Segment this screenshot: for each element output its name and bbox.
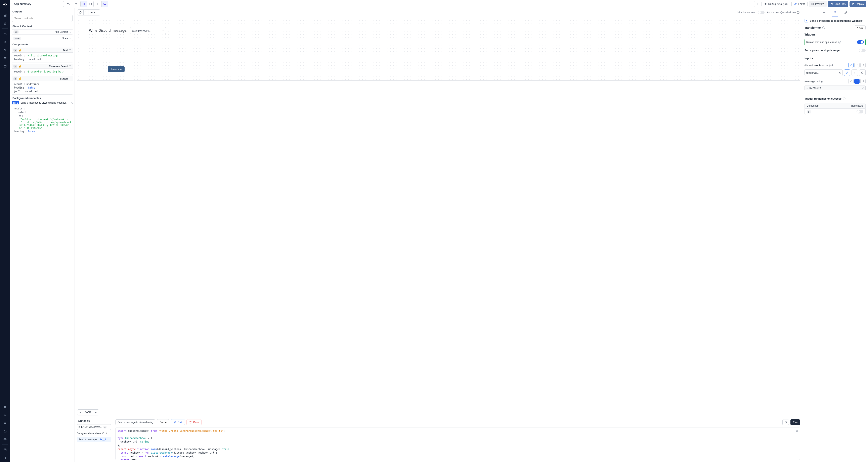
canvas-grid[interactable]: Write Discord message: Example resou... … — [77, 19, 800, 80]
right-tabs — [802, 8, 868, 17]
deploy-button[interactable]: Deploy — [849, 1, 866, 7]
run-button[interactable]: Run — [790, 419, 800, 425]
refresh-value-button[interactable] — [859, 69, 866, 76]
recompute-row-toggle[interactable] — [857, 110, 863, 113]
state-row[interactable]: state State ⌄ — [12, 36, 73, 41]
rail-star-icon[interactable] — [1, 20, 9, 27]
outputs-search-input[interactable] — [12, 15, 72, 22]
info-icon — [843, 97, 845, 100]
editor-button[interactable]: Editor — [792, 1, 808, 7]
cache-button[interactable]: Cache — [157, 419, 169, 425]
more-button[interactable] — [746, 1, 753, 7]
rail-dollar-icon[interactable] — [1, 46, 9, 54]
fullscreen-button[interactable] — [87, 1, 93, 7]
tab-sparkle[interactable] — [832, 8, 838, 16]
rail-user-icon[interactable] — [1, 403, 9, 411]
draft-button[interactable]: Draft ⌘S — [828, 1, 848, 7]
components-title: Components — [10, 42, 74, 47]
refresh-button[interactable] — [78, 10, 83, 15]
preview-label: Preview — [815, 2, 825, 5]
desktop-view-button[interactable] — [101, 1, 108, 7]
align-center-button[interactable] — [81, 1, 87, 7]
right-body: 𝑓 Send a message to discord using webhoo… — [802, 17, 868, 462]
canvas-text-component[interactable]: Write Discord message: — [89, 29, 127, 33]
refresh-runnable-button[interactable] — [782, 419, 789, 425]
recompute-toggle[interactable] — [859, 48, 866, 52]
tab-brush[interactable] — [843, 9, 849, 16]
code-editor[interactable]: ⧉import discordwebhook from "https://den… — [115, 427, 800, 460]
recompute-table: Component Recompute c — [805, 103, 866, 115]
rail-grid-icon[interactable] — [1, 12, 9, 19]
fx-input-button[interactable]: 𝑓 — [854, 63, 860, 68]
component-c: c ☝ Button ⌃ result:undefined loading:fa… — [12, 76, 73, 95]
draft-shortcut: ⌘S — [842, 3, 846, 5]
add-transformer-button[interactable]: + Add — [855, 25, 866, 30]
rail-settings-icon[interactable] — [1, 411, 9, 419]
preview-button[interactable]: Preview — [809, 1, 827, 7]
state-tag: state — [13, 37, 21, 40]
topbar: Debug runs (23) Editor Preview Draft ⌘S … — [10, 0, 868, 8]
inputs-title: Inputs — [805, 57, 866, 60]
debug-runs-count: (23) — [783, 2, 787, 5]
runnable-hub-item[interactable]: hub/1511/discord/se... c — [77, 424, 111, 430]
rail-play-icon[interactable] — [1, 38, 9, 45]
trigger-on-start-toggle[interactable] — [857, 40, 864, 44]
undo-button[interactable] — [65, 1, 71, 7]
edit-input-button[interactable] — [848, 79, 854, 84]
rail-eye-icon[interactable] — [1, 436, 9, 443]
component-b-header[interactable]: b ☝ Resource Select ⌃ — [12, 64, 73, 69]
input-head: discord_webhook object 𝑓 — [805, 63, 866, 68]
collapse-icon[interactable]: ⌃ — [69, 48, 71, 52]
close-icon[interactable]: ✕ — [839, 71, 841, 74]
collapse-icon[interactable]: ⌃ — [69, 65, 71, 68]
rail-calendar-icon[interactable] — [1, 62, 9, 70]
book-button[interactable] — [754, 1, 760, 7]
canvas-press-me-button[interactable]: Press me — [108, 66, 125, 72]
mobile-view-button[interactable] — [95, 1, 101, 7]
bg-runnable-row[interactable]: bg_0 Send a message to discord using web… — [12, 101, 73, 104]
refresh-group: 1 once ⌄ — [77, 9, 100, 15]
canvas-resource-select[interactable]: Example resou... ✕ — [130, 27, 166, 34]
refresh-mode-select[interactable]: once ⌄ — [88, 10, 100, 15]
rail-workflow-icon[interactable] — [1, 55, 9, 62]
rail-home-icon[interactable] — [1, 30, 9, 38]
fork-button[interactable]: Fork — [171, 419, 185, 425]
component-a-header[interactable]: a ☝ Text ⌃ — [12, 48, 73, 53]
component-id-badge: a — [13, 49, 17, 52]
input-value-row: u/henri/te... ✕ + — [805, 69, 866, 76]
add-bg-runnable-button[interactable]: + — [106, 432, 107, 435]
debug-runs-button[interactable]: Debug runs (23) — [762, 1, 790, 7]
zoom-in-button[interactable]: + — [93, 411, 99, 414]
rail-expand-icon[interactable] — [1, 454, 9, 462]
redo-button[interactable] — [73, 1, 79, 7]
runnable-crumb[interactable]: Send a message to discord using — [115, 420, 155, 425]
expand-icon[interactable]: ⤢ — [862, 87, 864, 89]
copy-icon[interactable]: ⧉ — [796, 429, 798, 433]
zoom-out-button[interactable]: − — [78, 411, 83, 414]
edit-value-button[interactable] — [844, 69, 850, 76]
deploy-label: Deploy — [856, 2, 864, 5]
app-title-input[interactable] — [12, 1, 64, 7]
close-icon[interactable]: ✕ — [162, 29, 164, 32]
collapse-icon[interactable]: ⌃ — [69, 77, 71, 80]
canvas-area[interactable]: Write Discord message: Example resou... … — [75, 17, 802, 417]
link-input-button[interactable] — [860, 63, 866, 68]
tab-add[interactable] — [821, 9, 827, 16]
svg-rect-2 — [4, 15, 5, 16]
message-code-input[interactable]: 1 b.result ⤢ — [805, 86, 866, 90]
rail-folder-icon[interactable] — [1, 428, 9, 435]
edit-input-button[interactable] — [848, 63, 854, 68]
pencil-icon[interactable]: ✎ — [71, 101, 73, 104]
hide-bar-toggle[interactable] — [758, 11, 765, 14]
add-value-button[interactable]: + — [851, 69, 858, 76]
info-icon — [838, 41, 841, 43]
rail-bot-icon[interactable] — [1, 420, 9, 427]
ctx-row[interactable]: ctx App Context ⌄ — [12, 29, 73, 35]
bg-runnable-selected[interactable]: Send a message... bg_0 — [77, 437, 111, 442]
input-value[interactable]: u/henri/te... ✕ — [805, 69, 843, 76]
fx-input-button[interactable]: 𝑓 — [854, 79, 860, 84]
clear-button[interactable]: Clear — [186, 419, 202, 425]
component-c-header[interactable]: c ☝ Button ⌃ — [12, 76, 73, 81]
link-input-button[interactable] — [860, 79, 866, 84]
rail-help-icon[interactable] — [1, 446, 9, 454]
